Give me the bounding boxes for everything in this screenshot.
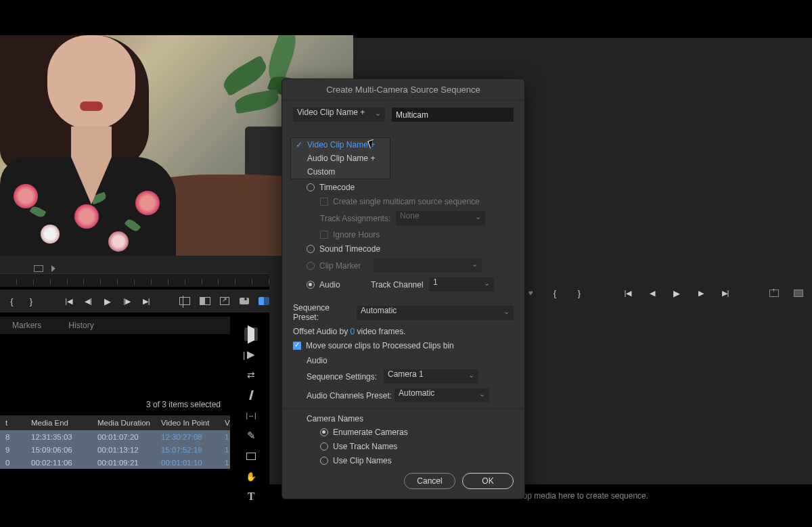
- camera-icon[interactable]: [239, 294, 249, 308]
- selection-count: 3 of 3 items selected: [0, 400, 230, 409]
- safe-margins-icon[interactable]: [34, 265, 43, 272]
- lift-icon[interactable]: [767, 286, 781, 300]
- step-back-icon[interactable]: [83, 294, 93, 308]
- audio-section-label: Audio: [293, 356, 514, 365]
- radio-use-clip-names[interactable]: [320, 457, 328, 465]
- play-icon[interactable]: [670, 286, 683, 300]
- hand-tool-icon[interactable]: [244, 469, 258, 483]
- rectangle-tool-icon[interactable]: [244, 449, 258, 463]
- razor-tool-icon[interactable]: [244, 388, 258, 402]
- tool-palette: [240, 323, 263, 503]
- cursor-icon: [369, 140, 378, 152]
- source-transport-controls: [0, 290, 269, 313]
- sequence-settings-dropdown[interactable]: Camera 1: [384, 369, 478, 384]
- track-select-tool-icon[interactable]: [244, 348, 258, 361]
- step-forward-icon[interactable]: [122, 294, 132, 308]
- check-ignore-hours[interactable]: [320, 231, 328, 239]
- sequence-name-input[interactable]: [392, 108, 514, 122]
- camera-names-label: Camera Names: [293, 414, 514, 423]
- audio-channels-preset-dropdown[interactable]: Automatic: [394, 388, 489, 403]
- export-frame-icon[interactable]: [220, 294, 230, 308]
- time-ruler[interactable]: [0, 273, 269, 287]
- go-to-out-icon[interactable]: [719, 286, 732, 300]
- radio-clip-marker[interactable]: [307, 262, 315, 270]
- cancel-button[interactable]: Cancel: [404, 473, 455, 489]
- overwrite-icon[interactable]: [200, 294, 210, 308]
- track-channel-dropdown[interactable]: 1: [429, 277, 494, 292]
- go-to-in-icon[interactable]: [621, 286, 635, 300]
- slip-tool-icon[interactable]: [244, 409, 258, 422]
- project-media-table[interactable]: t Media End Media Duration Video In Poin…: [0, 415, 230, 469]
- selection-tool-icon[interactable]: [244, 327, 258, 341]
- lower-panel-tabs: Markers History: [0, 317, 230, 334]
- radio-audio[interactable]: [307, 281, 315, 289]
- track-assignments-dropdown: None: [396, 211, 485, 225]
- check-create-single[interactable]: [320, 198, 328, 206]
- name-source-dropdown[interactable]: Video Clip Name +: [293, 108, 385, 122]
- go-to-out-icon[interactable]: [141, 294, 152, 308]
- extract-icon[interactable]: [792, 286, 805, 300]
- radio-sound-timecode[interactable]: [307, 245, 315, 253]
- insert-icon[interactable]: [179, 294, 190, 308]
- timeline-drop-hint: Drop media here to create sequence.: [514, 491, 648, 501]
- table-row[interactable]: 000:02:11:0600:01:09:2100:01:01:101: [0, 456, 230, 469]
- mark-out-icon[interactable]: [26, 294, 37, 308]
- menu-item-audio-clip-name[interactable]: Audio Clip Name +: [291, 152, 390, 165]
- tab-markers[interactable]: Markers: [12, 321, 41, 330]
- ok-button[interactable]: OK: [462, 473, 514, 489]
- type-tool-icon[interactable]: [244, 490, 258, 503]
- comparison-view-icon[interactable]: [258, 294, 269, 308]
- pen-tool-icon[interactable]: [244, 429, 258, 442]
- table-row[interactable]: 915:09:06:0600:01:13:1215:07:52:191: [0, 443, 230, 456]
- tab-history[interactable]: History: [68, 321, 93, 330]
- mark-in-icon[interactable]: [7, 294, 17, 308]
- program-transport-controls: [524, 281, 805, 304]
- play-icon[interactable]: [103, 294, 113, 308]
- step-back-icon[interactable]: [646, 286, 659, 300]
- radio-use-track-names[interactable]: [320, 442, 328, 451]
- ripple-edit-tool-icon[interactable]: [244, 368, 258, 382]
- table-row[interactable]: 812:31:35:0300:01:07:2012:30:27:081: [0, 430, 230, 443]
- go-to-in-icon[interactable]: [64, 294, 74, 308]
- mark-in-icon[interactable]: [548, 286, 562, 300]
- playback-res-icon[interactable]: [51, 265, 55, 272]
- step-forward-icon[interactable]: [694, 286, 708, 300]
- menu-item-custom[interactable]: Custom: [291, 165, 390, 179]
- sequence-preset-dropdown[interactable]: Automatic: [357, 306, 514, 320]
- offset-audio-value[interactable]: 0: [351, 327, 355, 336]
- mark-out-icon[interactable]: [572, 286, 586, 300]
- dialog-title: Create Multi-Camera Source Sequence: [282, 79, 524, 101]
- radio-timecode[interactable]: [307, 183, 315, 191]
- check-move-source-clips[interactable]: [293, 342, 301, 350]
- add-marker-icon[interactable]: [524, 286, 537, 300]
- table-header: t Media End Media Duration Video In Poin…: [0, 415, 230, 430]
- multicam-dialog: Create Multi-Camera Source Sequence Vide…: [281, 78, 525, 499]
- clip-marker-dropdown: [374, 258, 482, 273]
- radio-enumerate-cameras[interactable]: [320, 428, 328, 436]
